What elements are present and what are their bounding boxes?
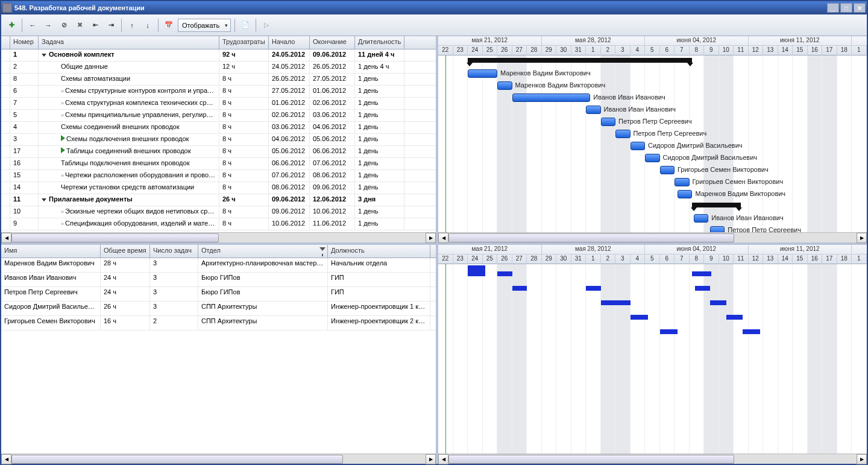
resource-bar[interactable] [695,286,710,291]
task-row[interactable]: 16Таблицы подключения внешних проводок8 … [1,158,436,170]
minimize-button[interactable]: _ [827,3,839,13]
gantt-row[interactable]: Сидоров Дмитрий Васильевич [438,152,867,164]
gantt-row[interactable]: Маренков Вадим Викторович [438,68,867,80]
task-bar[interactable]: Маренков Вадим Викторович [497,81,512,90]
resource-bar[interactable] [512,286,527,291]
run-button[interactable]: ▷ [260,19,273,32]
resource-bar[interactable] [692,271,711,276]
scroll-left-button[interactable]: ◀ [1,233,11,243]
res-col-time[interactable]: Общее время [101,245,150,258]
task-row[interactable]: 14Чертежи установки средств автоматизаци… [1,182,436,194]
task-bar[interactable]: Петров Петр Сергеевич [601,118,616,126]
task-row[interactable]: 1Основной комплект92 ч24.05.201209.06.20… [1,49,436,62]
task-col-dur[interactable]: Длительность [355,36,404,49]
scroll-track[interactable] [11,454,426,464]
task-bar[interactable]: Григорьев Семен Викторович [660,166,675,174]
resource-grid-body[interactable]: Маренков Вадим Викторович28 ч3Архитектур… [1,258,436,454]
resource-timeline-hscroll[interactable]: ◀ ▶ [438,454,867,464]
summary-bar[interactable] [692,203,741,207]
resource-timeline-row[interactable] [438,308,867,322]
resource-row[interactable]: Сидоров Дмитрий Васильевич26 ч3СПП Архит… [1,302,436,316]
export-button[interactable]: 📄 [239,19,252,32]
task-grid-body[interactable]: 1Основной комплект92 ч24.05.201209.06.20… [1,49,436,232]
resource-grid-hscroll[interactable]: ◀ ▶ [1,454,436,464]
gantt-row[interactable]: Иванов Иван Иванович [438,212,867,224]
filter-icon[interactable] [319,247,326,251]
task-bar[interactable]: Сидоров Дмитрий Васильевич [631,142,646,150]
resource-bar[interactable] [497,271,512,276]
resource-timeline-body[interactable] [438,264,867,454]
task-col-num[interactable]: Номер [10,36,39,49]
scroll-right-button[interactable]: ▶ [857,454,867,464]
resource-bar[interactable] [660,329,678,334]
task-col-effort[interactable]: Трудозатраты [219,36,269,49]
resource-timeline-row[interactable] [438,279,867,293]
res-col-dept[interactable]: Отдел [198,245,328,258]
task-col-end[interactable]: Окончание [310,36,355,49]
move-right-button[interactable]: → [42,19,55,32]
task-col-start[interactable]: Начало [269,36,310,49]
calendar-button[interactable]: 📅 [162,19,175,32]
resource-bar[interactable] [615,300,631,305]
resource-bar[interactable] [710,300,726,305]
resource-row[interactable]: Григорьев Семен Викторович16 ч2СПП Архит… [1,316,436,331]
res-col-count[interactable]: Число задач [150,245,198,258]
scroll-left-button[interactable]: ◀ [438,233,448,243]
task-bar[interactable]: Иванов Иван Иванович [586,106,601,114]
move-up-button[interactable]: ↑ [125,19,139,32]
gantt-row[interactable]: Маренков Вадим Викторович [438,188,867,200]
task-bar[interactable]: Петров Петр Сергеевич [710,226,725,232]
task-row[interactable]: 15»Чертежи расположения оборудования и п… [1,170,436,182]
resource-bar[interactable] [586,286,601,291]
gantt-row[interactable]: Петров Петр Сергеевич [438,224,867,232]
res-col-name[interactable]: Имя [1,245,101,258]
scroll-right-button[interactable]: ▶ [426,233,436,243]
gantt-row[interactable]: Григорьев Семен Викторович [438,164,867,176]
task-grid-hscroll[interactable]: ◀ ▶ [1,232,436,242]
gantt-row[interactable]: Маренков Вадим Викторович [438,80,867,92]
task-row[interactable]: 11Прилагаемые документы26 ч09.06.201212.… [1,194,436,206]
scroll-track[interactable] [448,233,857,243]
scroll-left-button[interactable]: ◀ [438,454,448,464]
resource-timeline-row[interactable] [438,322,867,337]
task-bar[interactable]: Маренков Вадим Викторович [678,190,693,198]
delete-button[interactable]: ✖ [73,19,86,32]
scroll-thumb[interactable] [11,455,343,464]
unlink-button[interactable]: ⊘ [57,19,71,32]
task-row[interactable]: 4Схемы соединений внешних проводок8 ч03.… [1,122,436,134]
res-col-pos[interactable]: Должность [328,245,430,258]
task-row[interactable]: 8Схемы автоматизации8 ч26.05.201227.05.2… [1,74,436,86]
resource-row[interactable]: Иванов Иван Иванович24 ч3Бюро ГИПовГИП [1,273,436,287]
scroll-thumb[interactable] [448,233,734,242]
task-row[interactable]: 9»Спецификация оборудования, изделий и м… [1,218,436,230]
gantt-row[interactable]: Петров Петр Сергеевич [438,128,867,140]
new-task-button[interactable]: ✚ [5,19,18,32]
task-row[interactable]: 10»Эскизные чертежи общих видов нетиповы… [1,206,436,218]
scroll-thumb[interactable] [448,455,734,464]
scroll-track[interactable] [11,233,426,243]
resource-bar[interactable] [631,315,648,320]
gantt-row[interactable] [438,200,867,212]
gantt-hscroll[interactable]: ◀ ▶ [438,232,867,242]
summary-bar[interactable] [468,58,692,63]
resource-timeline-row[interactable] [438,264,867,279]
gantt-row[interactable]: Иванов Иван Иванович [438,104,867,116]
task-bar[interactable]: Сидоров Дмитрий Васильевич [645,154,660,162]
resource-row[interactable]: Маренков Вадим Викторович28 ч3Архитектур… [1,258,436,273]
gantt-row[interactable]: Сидоров Дмитрий Васильевич [438,140,867,152]
task-bar[interactable]: Иванов Иван Иванович [694,214,709,223]
scroll-right-button[interactable]: ▶ [857,233,867,243]
scroll-left-button[interactable]: ◀ [1,454,11,464]
task-bar[interactable]: Маренков Вадим Викторович [468,69,497,78]
resource-bar[interactable] [726,315,743,320]
titlebar[interactable]: 548. Разработка рабочей документации _ □… [1,1,867,14]
task-row[interactable]: 3Схемы подключения внешних проводок8 ч04… [1,134,436,146]
close-button[interactable]: ✕ [854,3,866,13]
scroll-right-button[interactable]: ▶ [426,454,436,464]
task-bar[interactable]: Григорьев Семен Викторович [675,178,690,186]
gantt-body-top[interactable]: Маренков Вадим ВикторовичМаренков Вадим … [438,55,867,232]
gantt-row[interactable] [438,55,867,68]
expand-icon[interactable] [42,198,46,201]
maximize-button[interactable]: □ [840,3,852,13]
task-row[interactable]: 6»Схемы структурные контуров контроля и … [1,86,436,98]
